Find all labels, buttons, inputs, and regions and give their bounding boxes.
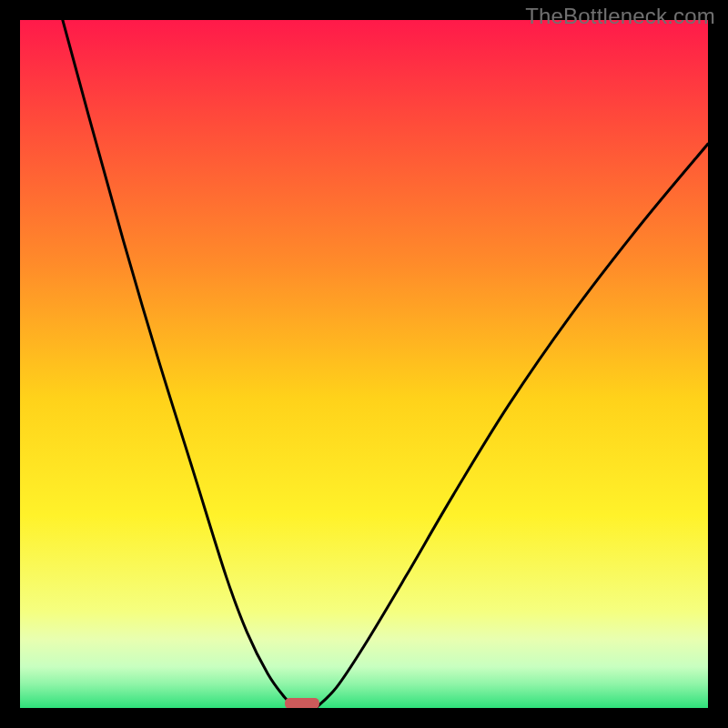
bottleneck-chart (20, 20, 708, 708)
chart-container (20, 20, 708, 708)
optimum-marker (285, 698, 319, 708)
gradient-background (20, 20, 708, 708)
watermark-text: TheBottleneck.com (525, 4, 715, 29)
